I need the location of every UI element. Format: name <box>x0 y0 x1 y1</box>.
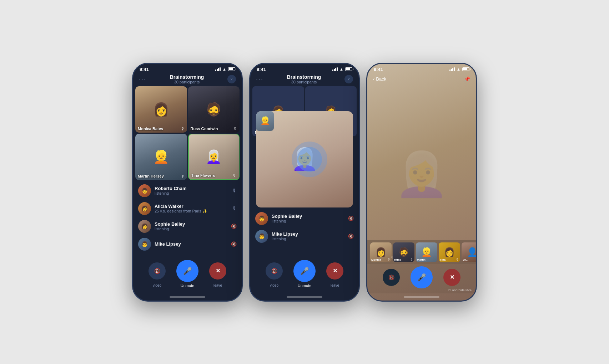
unmute-button-2[interactable]: 🎤 <box>293 260 316 282</box>
fullscreen-face-emoji: 👩‍🦳 <box>395 149 448 200</box>
video-cell-tina[interactable]: 👩‍🦳 Tina Flowers 🎙 <box>188 134 240 180</box>
participant-video-2: 🧔 <box>188 86 240 133</box>
unmute-label-1: Unmute <box>176 283 198 288</box>
bottom-controls-1: 📵 🎤 ✕ video Unmute leave <box>133 257 242 293</box>
leave-label-1: leave <box>209 283 226 287</box>
thumb-item-russ[interactable]: 🧔 Russ 🎙 <box>393 242 414 262</box>
thumb-item-monica[interactable]: 👩 Monica 🎙 <box>370 242 392 262</box>
video-off-icon-2: 📵 <box>271 268 277 274</box>
avatar-roberto-2: 👨 <box>255 212 268 225</box>
video-name-russ: Russ Goodwin <box>191 127 218 131</box>
menu-dots-1[interactable]: ··· <box>139 75 146 83</box>
participant-status-roberto: listening <box>155 191 228 195</box>
chevron-down-icon[interactable]: ∨ <box>227 75 236 83</box>
status-bar-1: 9:41 ▲ <box>133 64 242 73</box>
chevron-down-icon-2[interactable]: ∨ <box>344 75 353 83</box>
participant-status-mike-2: listening <box>272 237 344 241</box>
participant-list-2: 👨 Sophie Bailey listening 🔇 👨 Mike Lipse… <box>250 209 359 257</box>
phone-1: 9:41 ▲ ··· Brainstorming 30 participants… <box>132 63 243 302</box>
mic-icon-mike: 🔇 <box>231 241 237 247</box>
video-mic-monica: 🎙 <box>181 127 185 131</box>
leave-button-1[interactable]: ✕ <box>209 262 226 280</box>
thumb-item-tina[interactable]: 👩 Tina 🎙 <box>439 242 460 262</box>
wifi-icon-3: ▲ <box>457 67 460 71</box>
video-large-tina[interactable]: 👩‍🦳 👱 <box>256 111 353 207</box>
status-time-1: 9:41 <box>140 67 149 72</box>
controls-row-3: 📵 🎤 ✕ <box>383 266 460 288</box>
status-icons-3: ▲ <box>449 67 469 71</box>
participant-info-alicia: Alicia Walker 25 y.o. designer from Pari… <box>155 204 228 214</box>
participant-status-alicia: 25 y.o. designer from Paris ✨ <box>155 209 228 214</box>
mic-icon-2: 🔇 <box>348 216 354 221</box>
participant-name-alicia: Alicia Walker <box>155 204 228 209</box>
controls-row-2: 📵 🎤 ✕ <box>266 260 343 282</box>
thumb-item-martin[interactable]: 👱 Martin <box>416 242 437 262</box>
thumbnail-strip: 👩 Monica 🎙 🧔 Russ 🎙 👱 Martin 👩 Tina 🎙 👤 <box>367 240 476 264</box>
list-item[interactable]: 👩 Sophie Bailey listening 🔇 <box>133 217 242 235</box>
back-chevron-icon: ‹ <box>373 76 374 82</box>
participant-video-4: 👩‍🦳 <box>189 134 239 179</box>
call-header-1: ··· Brainstorming 30 participants ∨ <box>133 73 242 86</box>
back-button[interactable]: ‹ Back <box>373 76 386 82</box>
participants-count-1: 30 participants <box>170 80 204 84</box>
fullscreen-video[interactable]: 👩‍🦳 🎙 Tina Flowers 👩 Monica 🎙 🧔 Russ 🎙 👱… <box>367 85 476 264</box>
attribution-label: El androide libre <box>448 288 472 292</box>
menu-dots-2[interactable]: ··· <box>256 75 263 83</box>
video-button-2[interactable]: 📵 <box>266 262 283 280</box>
video-grid-1: 👩 Monica Bates 🎙 🧔 Russ Goodwin 🎙 👱 Mart… <box>133 86 242 180</box>
unmute-label-2: Unmute <box>293 283 316 288</box>
wifi-icon: ▲ <box>222 67 226 71</box>
unmute-button-1[interactable]: 🎤 <box>176 260 198 282</box>
participant-name-sophie-2: Sophie Bailey <box>272 214 344 219</box>
header-center-1: Brainstorming 30 participants <box>170 74 204 84</box>
bottom-controls-2: 📵 🎤 ✕ video Unmute leave <box>250 257 359 293</box>
list-item[interactable]: 👨 Mike Lipsey listening 🔇 <box>250 227 359 245</box>
call-header-2: ··· Brainstorming 30 participants ∨ <box>250 73 359 86</box>
video-button-1[interactable]: 📵 <box>149 262 166 280</box>
thumb-name-je: Je... <box>463 258 468 261</box>
list-item[interactable]: 👩 Alicia Walker 25 y.o. designer from Pa… <box>133 200 242 217</box>
leave-label-2: leave <box>326 283 343 287</box>
video-name-tina: Tina Flowers <box>191 173 215 178</box>
thumb-mic-russ: 🎙 <box>410 258 413 261</box>
leave-button-3[interactable]: ✕ <box>443 269 460 286</box>
video-cell-monica[interactable]: 👩 Monica Bates 🎙 <box>135 86 187 133</box>
pin-icon[interactable]: 📌 <box>464 76 470 82</box>
fullscreen-header: ‹ Back 📌 <box>367 73 476 85</box>
participant-info-sophie-2: Sophie Bailey listening <box>272 214 344 223</box>
microphone-off-icon-2: 🎤 <box>300 267 309 275</box>
header-center-2: Brainstorming 30 participants <box>287 74 321 84</box>
signal-icon-2 <box>332 67 338 71</box>
video-button-3[interactable]: 📵 <box>383 269 400 286</box>
participants-count-2: 30 participants <box>287 80 321 84</box>
leave-button-2[interactable]: ✕ <box>326 262 343 280</box>
video-cell-russ[interactable]: 🧔 Russ Goodwin 🎙 <box>188 86 240 133</box>
close-icon-2: ✕ <box>333 267 337 274</box>
unmute-button-3[interactable]: 🎤 <box>411 266 433 288</box>
video-cell-martin[interactable]: 👱 Martin Hersey 🎙 <box>135 134 187 180</box>
video-off-icon: 📵 <box>154 268 160 274</box>
video-name-martin: Martin Hersey <box>138 174 164 178</box>
status-time-3: 9:41 <box>374 67 383 72</box>
video-grid-2: 👩 Monica Bat... 🧔 👩‍🦳 👱 <box>252 86 357 207</box>
participant-info-sophie: Sophie Bailey listening <box>155 221 227 231</box>
thumb-mic-monica: 🎙 <box>387 258 391 261</box>
close-icon: ✕ <box>216 267 220 274</box>
thumb-item-je[interactable]: 👤 Je... <box>462 242 477 262</box>
list-item[interactable]: 👨 Sophie Bailey listening 🔇 <box>250 210 359 227</box>
participant-info-mike: Mike Lipsey <box>155 241 227 247</box>
list-item[interactable]: 👨 Mike Lipsey 🔇 <box>133 235 242 253</box>
list-item[interactable]: 👨 Roberto Cham listening 🎙 <box>133 182 242 200</box>
video-mic-russ: 🎙 <box>233 127 237 131</box>
avatar-mike: 👨 <box>138 238 151 251</box>
home-bar-2 <box>287 296 322 298</box>
status-bar-3: 9:41 ▲ <box>367 64 476 73</box>
signal-icon-3 <box>449 67 455 71</box>
home-indicator-2 <box>250 293 359 301</box>
back-label: Back <box>376 76 386 82</box>
video-mic-martin: 🎙 <box>181 174 185 178</box>
thumb-name-monica: Monica <box>371 258 381 261</box>
calling-ring <box>292 142 327 177</box>
video-label-2: video <box>266 283 283 287</box>
home-indicator-1 <box>133 293 242 301</box>
